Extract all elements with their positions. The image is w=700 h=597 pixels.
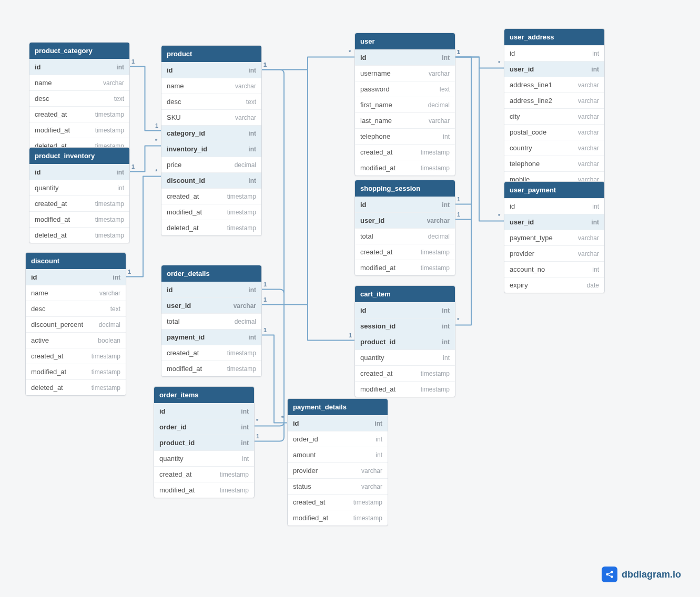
column-row[interactable]: expirydate: [504, 277, 604, 293]
column-row[interactable]: quantityint: [355, 349, 455, 365]
column-row[interactable]: created_attimestamp: [161, 345, 261, 361]
column-row[interactable]: created_attimestamp: [29, 106, 129, 122]
column-row[interactable]: amountint: [288, 447, 388, 462]
column-row[interactable]: user_idvarchar: [355, 212, 455, 228]
table-header[interactable]: order_details: [161, 265, 261, 282]
column-row[interactable]: created_attimestamp: [355, 365, 455, 381]
table-header[interactable]: discount: [26, 253, 126, 269]
column-row[interactable]: pricedecimal: [161, 157, 261, 172]
column-row[interactable]: created_attimestamp: [161, 188, 261, 204]
table-order_items[interactable]: order_itemsidintorder_idintproduct_idint…: [154, 386, 255, 498]
column-row[interactable]: namevarchar: [26, 285, 126, 301]
column-row[interactable]: user_idvarchar: [161, 297, 261, 313]
column-row[interactable]: created_attimestamp: [288, 494, 388, 510]
table-shopping_session[interactable]: shopping_sessionidintuser_idvarchartotal…: [354, 180, 455, 276]
column-row[interactable]: order_idint: [154, 419, 254, 435]
table-payment_details[interactable]: payment_detailsidintorder_idintamountint…: [287, 398, 388, 526]
column-row[interactable]: modified_attimestamp: [288, 510, 388, 526]
table-product_inventory[interactable]: product_inventoryidintquantityintcreated…: [29, 147, 130, 243]
column-row[interactable]: postal_codevarchar: [504, 124, 604, 140]
column-row[interactable]: deleted_attimestamp: [161, 220, 261, 235]
column-row[interactable]: address_line2varchar: [504, 92, 604, 108]
column-row[interactable]: statusvarchar: [288, 478, 388, 494]
column-row[interactable]: session_idint: [355, 318, 455, 334]
column-row[interactable]: modified_attimestamp: [29, 122, 129, 138]
table-discount[interactable]: discountidintnamevarchardesctextdiscount…: [25, 252, 126, 396]
column-row[interactable]: idint: [26, 269, 126, 285]
table-header[interactable]: shopping_session: [355, 180, 455, 197]
column-row[interactable]: desctext: [26, 301, 126, 316]
column-row[interactable]: totaldecimal: [161, 313, 261, 329]
table-user_payment[interactable]: user_paymentidintuser_idintpayment_typev…: [504, 181, 605, 293]
column-row[interactable]: quantityint: [29, 180, 129, 195]
column-row[interactable]: namevarchar: [29, 75, 129, 90]
column-row[interactable]: quantityint: [154, 450, 254, 466]
column-row[interactable]: passwordtext: [355, 81, 455, 97]
column-row[interactable]: idint: [154, 403, 254, 419]
table-header[interactable]: cart_item: [355, 286, 455, 302]
column-row[interactable]: modified_attimestamp: [355, 160, 455, 176]
column-row[interactable]: namevarchar: [161, 78, 261, 94]
table-header[interactable]: user_address: [504, 29, 604, 45]
column-row[interactable]: idint: [355, 49, 455, 65]
column-row[interactable]: created_attimestamp: [26, 348, 126, 364]
column-row[interactable]: order_idint: [288, 431, 388, 447]
column-row[interactable]: modified_attimestamp: [29, 211, 129, 227]
table-user[interactable]: useridintusernamevarcharpasswordtextfirs…: [354, 33, 455, 176]
column-row[interactable]: idint: [355, 197, 455, 212]
column-row[interactable]: idint: [504, 45, 604, 61]
column-row[interactable]: modified_attimestamp: [355, 260, 455, 275]
column-row[interactable]: deleted_attimestamp: [29, 227, 129, 243]
column-row[interactable]: modified_attimestamp: [161, 204, 261, 220]
column-row[interactable]: cityvarchar: [504, 108, 604, 124]
column-row[interactable]: created_attimestamp: [355, 144, 455, 160]
table-product_category[interactable]: product_categoryidintnamevarchardesctext…: [29, 42, 130, 154]
column-row[interactable]: countryvarchar: [504, 140, 604, 156]
column-row[interactable]: desctext: [29, 90, 129, 106]
table-header[interactable]: product_category: [29, 43, 129, 59]
column-row[interactable]: idint: [504, 198, 604, 214]
column-row[interactable]: telephonevarchar: [504, 156, 604, 171]
column-row[interactable]: last_namevarchar: [355, 112, 455, 128]
column-row[interactable]: payment_typevarchar: [504, 230, 604, 245]
table-user_address[interactable]: user_addressidintuser_idintaddress_line1…: [504, 28, 605, 188]
column-row[interactable]: telephoneint: [355, 128, 455, 144]
column-row[interactable]: idint: [29, 164, 129, 180]
column-row[interactable]: providervarchar: [504, 245, 604, 261]
table-header[interactable]: user: [355, 33, 455, 49]
column-row[interactable]: idint: [161, 62, 261, 78]
column-row[interactable]: discount_percentdecimal: [26, 316, 126, 332]
table-header[interactable]: product_inventory: [29, 148, 129, 164]
column-row[interactable]: usernamevarchar: [355, 65, 455, 81]
column-row[interactable]: SKUvarchar: [161, 109, 261, 125]
column-row[interactable]: idint: [29, 59, 129, 75]
column-row[interactable]: idint: [355, 302, 455, 318]
table-order_details[interactable]: order_detailsidintuser_idvarchartotaldec…: [161, 265, 262, 377]
column-row[interactable]: modified_attimestamp: [26, 364, 126, 379]
column-row[interactable]: payment_idint: [161, 329, 261, 345]
column-row[interactable]: providervarchar: [288, 462, 388, 478]
column-row[interactable]: account_noint: [504, 261, 604, 277]
column-row[interactable]: category_idint: [161, 125, 261, 141]
diagram-canvas[interactable]: product_categoryidintnamevarchardesctext…: [0, 0, 700, 597]
column-row[interactable]: address_line1varchar: [504, 77, 604, 92]
column-row[interactable]: user_idint: [504, 61, 604, 77]
column-row[interactable]: totaldecimal: [355, 228, 455, 244]
column-row[interactable]: deleted_attimestamp: [26, 379, 126, 395]
column-row[interactable]: product_idint: [154, 435, 254, 450]
column-row[interactable]: desctext: [161, 94, 261, 109]
column-row[interactable]: modified_attimestamp: [154, 482, 254, 498]
table-header[interactable]: product: [161, 46, 261, 62]
column-row[interactable]: discount_idint: [161, 172, 261, 188]
column-row[interactable]: first_namedecimal: [355, 97, 455, 112]
table-header[interactable]: payment_details: [288, 399, 388, 415]
column-row[interactable]: created_attimestamp: [355, 244, 455, 260]
column-row[interactable]: idint: [288, 415, 388, 431]
column-row[interactable]: created_attimestamp: [154, 466, 254, 482]
table-header[interactable]: order_items: [154, 387, 254, 403]
table-header[interactable]: user_payment: [504, 182, 604, 198]
column-row[interactable]: user_idint: [504, 214, 604, 230]
column-row[interactable]: created_attimestamp: [29, 195, 129, 211]
table-product[interactable]: productidintnamevarchardesctextSKUvarcha…: [161, 45, 262, 236]
column-row[interactable]: product_idint: [355, 334, 455, 349]
